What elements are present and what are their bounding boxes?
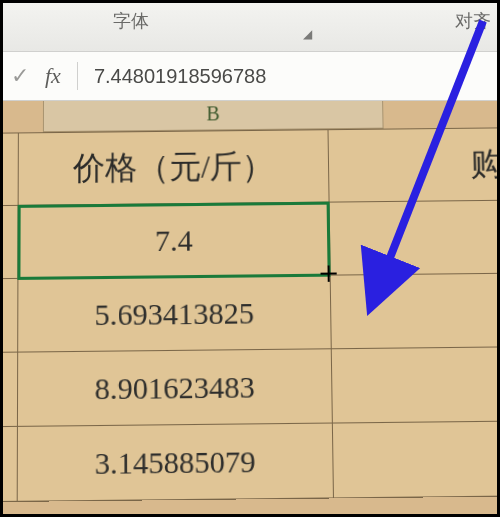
cells-table: 价格（元/斤） 购 7.4 5.693413825: [3, 126, 497, 504]
font-group-label: 字体: [113, 11, 149, 31]
cell-b-header[interactable]: 价格（元/斤）: [18, 130, 329, 206]
cell-a-header[interactable]: [3, 133, 19, 207]
cell-a[interactable]: [3, 205, 18, 279]
confirm-icon[interactable]: ✓: [11, 63, 29, 89]
cell-c[interactable]: [332, 420, 497, 498]
cell-b[interactable]: 8.901623483: [18, 349, 333, 427]
cell-value: 7.4: [155, 223, 193, 257]
cell-b[interactable]: 5.693413825: [18, 275, 331, 352]
align-group-label: 对齐: [455, 11, 491, 31]
table-row: 7.4: [3, 199, 497, 280]
table-row: 5.693413825: [3, 272, 497, 354]
ribbon-group-alignment[interactable]: 对齐: [260, 7, 497, 33]
divider: [77, 62, 78, 90]
fill-handle[interactable]: [320, 265, 336, 281]
cell-c[interactable]: [329, 199, 497, 275]
sheet-grid: B 价格（元/斤） 购 7.4 5.693413: [3, 101, 497, 504]
cell-a[interactable]: [3, 426, 18, 502]
ribbon: 字体 对齐 ◢: [3, 3, 497, 51]
ribbon-group-font[interactable]: 字体: [3, 7, 260, 33]
cell-b[interactable]: 3.145885079: [17, 423, 333, 501]
formula-bar: ✓ fx 7.44801918596788: [3, 51, 497, 101]
column-header-b[interactable]: B: [43, 101, 384, 132]
cell-c[interactable]: [331, 345, 497, 423]
cell-c[interactable]: [330, 272, 497, 349]
cell-c-header[interactable]: 购: [328, 126, 497, 202]
selected-cell[interactable]: 7.4: [18, 202, 330, 278]
dialog-launcher-icon[interactable]: ◢: [303, 27, 312, 41]
cell-a[interactable]: [3, 352, 18, 428]
table-header-row: 价格（元/斤） 购: [3, 126, 497, 207]
spreadsheet-area: B 价格（元/斤） 购 7.4 5.693413: [3, 101, 497, 514]
fx-button[interactable]: fx: [45, 63, 61, 89]
formula-bar-value[interactable]: 7.44801918596788: [94, 65, 266, 88]
table-row: 3.145885079: [3, 420, 497, 503]
table-row: 8.901623483: [3, 345, 497, 428]
cell-a[interactable]: [3, 278, 18, 353]
